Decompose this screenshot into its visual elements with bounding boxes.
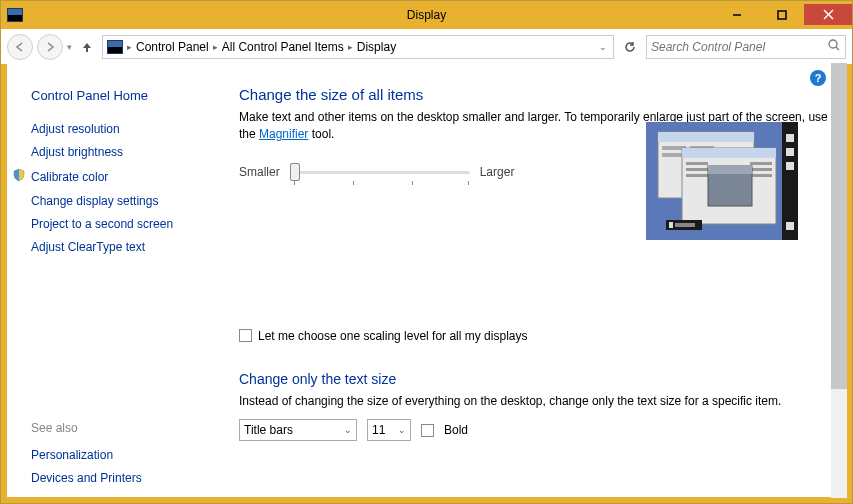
svg-line-5 <box>836 47 839 50</box>
svg-rect-27 <box>708 166 752 174</box>
sidebar-link-label: Calibrate color <box>31 170 108 184</box>
maximize-button[interactable] <box>759 4 804 25</box>
description-2: Instead of changing the size of everythi… <box>239 393 830 410</box>
svg-rect-1 <box>778 11 786 19</box>
sidebar-link-adjust-resolution[interactable]: Adjust resolution <box>31 122 217 136</box>
close-button[interactable] <box>804 4 852 25</box>
control-panel-home-link[interactable]: Control Panel Home <box>31 88 217 103</box>
element-select[interactable]: Title bars ⌄ <box>239 419 357 441</box>
font-size-value: 11 <box>372 423 385 437</box>
search-icon[interactable] <box>827 38 841 55</box>
svg-rect-19 <box>682 148 776 158</box>
minimize-button[interactable] <box>714 4 759 25</box>
svg-rect-30 <box>675 223 695 227</box>
breadcrumb-item-1[interactable]: All Control Panel Items <box>222 40 344 54</box>
svg-rect-11 <box>786 222 794 230</box>
sidebar-link-adjust-cleartype[interactable]: Adjust ClearType text <box>31 240 217 254</box>
slider-thumb[interactable] <box>290 163 300 181</box>
navbar: ▾ ▸ Control Panel ▸ All Control Panel It… <box>1 29 852 64</box>
main-panel: Change the size of all items Make text a… <box>217 64 846 497</box>
see-also-personalization[interactable]: Personalization <box>31 448 217 462</box>
svg-rect-10 <box>786 162 794 170</box>
bold-checkbox-label[interactable]: Bold <box>444 423 468 437</box>
element-select-value: Title bars <box>244 423 293 437</box>
svg-rect-9 <box>786 148 794 156</box>
recent-dropdown-icon[interactable]: ▾ <box>67 42 72 52</box>
svg-point-4 <box>829 40 837 48</box>
svg-rect-23 <box>750 162 772 165</box>
app-icon <box>7 8 23 22</box>
scaling-checkbox-label[interactable]: Let me choose one scaling level for all … <box>258 329 527 343</box>
display-illustration <box>646 122 798 240</box>
search-box[interactable] <box>646 35 846 59</box>
svg-rect-21 <box>686 168 708 171</box>
see-also-devices-printers[interactable]: Devices and Printers <box>31 471 217 485</box>
svg-rect-13 <box>658 132 754 142</box>
scrollbar[interactable] <box>831 63 847 498</box>
svg-rect-29 <box>669 222 673 228</box>
breadcrumb[interactable]: ▸ Control Panel ▸ All Control Panel Item… <box>102 35 614 59</box>
sidebar-link-calibrate-color[interactable]: Calibrate color <box>31 168 217 185</box>
up-button[interactable] <box>76 36 98 58</box>
size-slider[interactable] <box>290 163 470 181</box>
chevron-down-icon[interactable]: ⌄ <box>599 42 607 52</box>
sidebar: Control Panel Home Adjust resolution Adj… <box>7 64 217 497</box>
sidebar-link-adjust-brightness[interactable]: Adjust brightness <box>31 145 217 159</box>
svg-rect-8 <box>786 134 794 142</box>
location-icon <box>107 40 123 54</box>
magnifier-link[interactable]: Magnifier <box>259 127 308 141</box>
refresh-button[interactable] <box>618 35 642 59</box>
window-title: Display <box>407 8 446 22</box>
svg-rect-20 <box>686 162 708 165</box>
breadcrumb-item-0[interactable]: Control Panel <box>136 40 209 54</box>
slider-min-label: Smaller <box>239 165 280 179</box>
chevron-down-icon: ⌄ <box>398 425 406 435</box>
see-also-label: See also <box>31 421 217 435</box>
chevron-right-icon[interactable]: ▸ <box>127 42 132 52</box>
svg-rect-22 <box>686 174 708 177</box>
desc-text: tool. <box>308 127 334 141</box>
back-button[interactable] <box>7 34 33 60</box>
chevron-right-icon[interactable]: ▸ <box>348 42 353 52</box>
sidebar-link-project-second-screen[interactable]: Project to a second screen <box>31 217 217 231</box>
search-input[interactable] <box>651 40 827 54</box>
svg-rect-24 <box>750 168 772 171</box>
svg-rect-25 <box>750 174 772 177</box>
chevron-down-icon: ⌄ <box>344 425 352 435</box>
heading-change-size: Change the size of all items <box>239 86 830 103</box>
scrollbar-thumb[interactable] <box>831 63 847 389</box>
breadcrumb-item-2[interactable]: Display <box>357 40 396 54</box>
titlebar: Display <box>1 1 852 29</box>
shield-icon <box>11 168 27 185</box>
slider-max-label: Larger <box>480 165 515 179</box>
bold-checkbox[interactable] <box>421 424 434 437</box>
sidebar-link-change-display-settings[interactable]: Change display settings <box>31 194 217 208</box>
font-size-select[interactable]: 11 ⌄ <box>367 419 411 441</box>
forward-button[interactable] <box>37 34 63 60</box>
chevron-right-icon[interactable]: ▸ <box>213 42 218 52</box>
heading-text-size: Change only the text size <box>239 371 830 387</box>
scaling-checkbox[interactable] <box>239 329 252 342</box>
